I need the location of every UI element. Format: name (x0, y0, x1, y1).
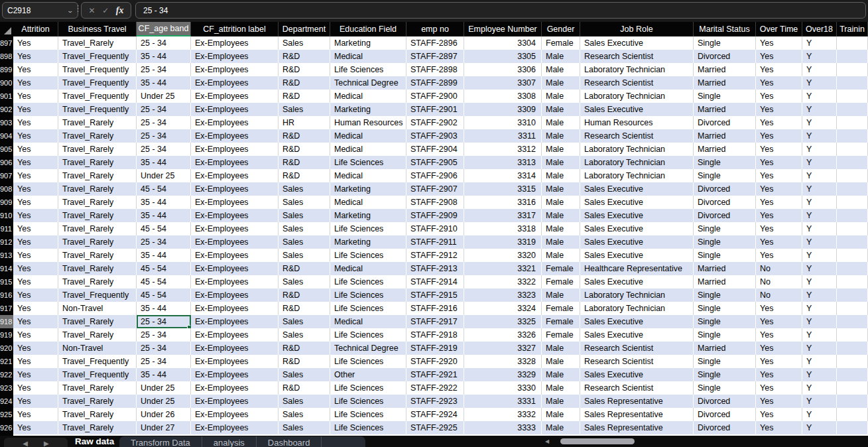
grid-cell[interactable]: 25 - 34 (137, 328, 191, 342)
grid-cell[interactable]: Under 27 (137, 421, 191, 434)
grid-cell[interactable]: Life Sciences (330, 355, 406, 368)
grid-cell[interactable]: Y (802, 50, 837, 63)
grid-cell[interactable]: Travel_Rarely (58, 235, 137, 249)
row-number[interactable]: 907 (0, 169, 13, 182)
grid-cell[interactable]: Yes (756, 222, 802, 235)
grid-cell[interactable]: Yes (13, 36, 58, 50)
grid-cell[interactable]: Single (694, 169, 756, 182)
grid-cell[interactable]: Y (802, 288, 837, 302)
grid-cell[interactable]: Sales (279, 235, 330, 249)
grid-cell[interactable]: Human Resources (580, 116, 694, 129)
grid-cell[interactable]: STAFF-2898 (406, 63, 464, 76)
grid-cell[interactable]: STAFF-2896 (406, 36, 464, 50)
grid-cell[interactable]: Male (542, 169, 580, 182)
grid-cell[interactable]: 25 - 34 (137, 315, 191, 328)
grid-cell[interactable]: Marketing (330, 209, 406, 222)
sheet-tab-transform-data[interactable]: Transform Data (119, 436, 202, 447)
grid-cell[interactable]: STAFF-2903 (406, 129, 464, 143)
grid-cell[interactable]: Male (542, 182, 580, 196)
sheet-tab-active[interactable]: Raw data (75, 436, 114, 446)
grid-cell[interactable]: Y (802, 368, 837, 381)
grid-cell[interactable] (837, 182, 868, 196)
grid-cell[interactable]: Travel_Frequently (58, 368, 137, 381)
grid-cell[interactable]: Single (694, 355, 756, 368)
grid-cell[interactable] (837, 342, 868, 355)
grid-cell[interactable]: Male (542, 408, 580, 421)
column-header-over-time[interactable]: Over Time (756, 22, 802, 36)
grid-cell[interactable]: Human Resources (330, 116, 406, 129)
grid-cell[interactable]: Male (542, 143, 580, 156)
grid-cell[interactable] (837, 143, 868, 156)
grid-cell[interactable]: Male (542, 249, 580, 262)
hscroll-left-icon[interactable]: ◀ (545, 438, 549, 444)
grid-cell[interactable]: Ex-Employees (191, 235, 279, 249)
row-number[interactable]: 903 (0, 116, 13, 129)
grid-cell[interactable]: Yes (13, 355, 58, 368)
grid-cell[interactable]: STAFF-2917 (406, 315, 464, 328)
grid-cell[interactable]: 35 - 44 (137, 249, 191, 262)
grid-cell[interactable]: Life Sciences (330, 156, 406, 169)
grid-cell[interactable]: Male (542, 368, 580, 381)
grid-cell[interactable]: Life Sciences (330, 275, 406, 288)
grid-cell[interactable]: Single (694, 156, 756, 169)
grid-cell[interactable]: Ex-Employees (191, 182, 279, 196)
formula-input[interactable]: 25 - 34 (135, 2, 866, 19)
grid-cell[interactable]: Yes (756, 328, 802, 342)
grid-cell[interactable]: Male (542, 116, 580, 129)
grid-cell[interactable]: Ex-Employees (191, 196, 279, 209)
grid-cell[interactable]: Yes (756, 76, 802, 90)
grid-cell[interactable]: Yes (756, 50, 802, 63)
grid-cell[interactable]: STAFF-2922 (406, 381, 464, 395)
grid-cell[interactable]: 3312 (464, 143, 542, 156)
grid-cell[interactable] (837, 421, 868, 434)
grid-cell[interactable]: Medical (330, 143, 406, 156)
grid-cell[interactable]: Married (694, 342, 756, 355)
grid-cell[interactable]: Travel_Frequently (58, 355, 137, 368)
grid-cell[interactable]: Travel_Rarely (58, 182, 137, 196)
grid-cell[interactable]: Travel_Rarely (58, 116, 137, 129)
grid-cell[interactable]: Ex-Employees (191, 103, 279, 116)
grid-cell[interactable]: Y (802, 209, 837, 222)
row-number[interactable]: 913 (0, 249, 13, 262)
grid-cell[interactable]: 35 - 44 (137, 156, 191, 169)
grid-cell[interactable]: Yes (756, 368, 802, 381)
grid-cell[interactable]: STAFF-2914 (406, 275, 464, 288)
grid-cell[interactable]: R&D (279, 63, 330, 76)
grid-cell[interactable]: Sales (279, 275, 330, 288)
grid-cell[interactable]: STAFF-2906 (406, 169, 464, 182)
row-number[interactable]: 916 (0, 288, 13, 302)
grid-cell[interactable]: Ex-Employees (191, 90, 279, 103)
grid-cell[interactable]: Ex-Employees (191, 408, 279, 421)
grid-cell[interactable]: Travel_Rarely (58, 275, 137, 288)
grid-cell[interactable]: Y (802, 129, 837, 143)
grid-cell[interactable] (837, 63, 868, 76)
grid-cell[interactable]: Yes (756, 182, 802, 196)
grid-cell[interactable]: Travel_Frequently (58, 76, 137, 90)
grid-cell[interactable]: Ex-Employees (191, 76, 279, 90)
grid-cell[interactable] (837, 262, 868, 275)
grid-cell[interactable]: Travel_Rarely (58, 196, 137, 209)
grid-cell[interactable]: 45 - 54 (137, 275, 191, 288)
grid-cell[interactable]: 3308 (464, 90, 542, 103)
row-number[interactable]: 926 (0, 421, 13, 434)
grid-cell[interactable]: Marketing (330, 182, 406, 196)
grid-cell[interactable]: Single (694, 315, 756, 328)
grid-cell[interactable]: Sales Executive (580, 196, 694, 209)
grid-cell[interactable]: Sales (279, 421, 330, 434)
grid-cell[interactable] (837, 395, 868, 408)
grid-cell[interactable]: 3307 (464, 76, 542, 90)
grid-cell[interactable]: STAFF-2923 (406, 395, 464, 408)
grid-cell[interactable]: Yes (756, 249, 802, 262)
grid-cell[interactable]: Sales Executive (580, 328, 694, 342)
grid-cell[interactable]: Travel_Rarely (58, 262, 137, 275)
grid-cell[interactable]: Yes (13, 103, 58, 116)
row-number[interactable]: 924 (0, 395, 13, 408)
grid-cell[interactable]: Sales (279, 36, 330, 50)
grid-cell[interactable]: Travel_Rarely (58, 249, 137, 262)
grid-cell[interactable]: STAFF-2909 (406, 209, 464, 222)
grid-cell[interactable] (837, 381, 868, 395)
row-number[interactable]: 917 (0, 302, 13, 315)
grid-cell[interactable]: Healthcare Representative (580, 262, 694, 275)
grid-cell[interactable]: Y (802, 275, 837, 288)
grid-cell[interactable]: Married (694, 103, 756, 116)
